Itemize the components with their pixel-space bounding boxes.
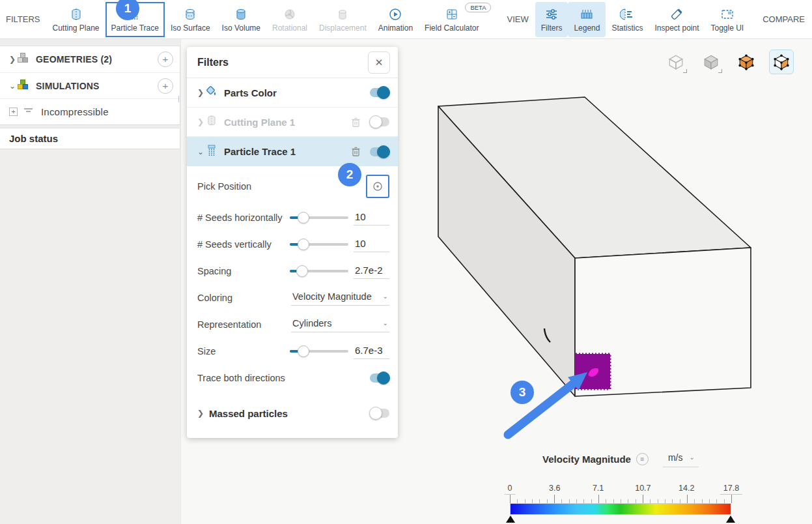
tree-item-incompressible[interactable]: + Incompressible: [0, 98, 180, 124]
job-status-label: Job status: [9, 133, 58, 144]
cutting-plane-1-toggle[interactable]: [370, 117, 389, 126]
view-filters-button[interactable]: Filters: [535, 2, 568, 37]
rotational-icon: [283, 6, 297, 22]
chevron-right-icon[interactable]: ❯: [197, 409, 205, 418]
legend-tick-label[interactable]: 17.8: [720, 484, 742, 495]
job-status-section[interactable]: Job status: [0, 128, 180, 149]
cutting-plane-icon: [69, 6, 83, 22]
filters-section-label: FILTERS: [6, 14, 40, 24]
iso-surface-icon: [183, 6, 197, 22]
simulations-label: SIMULATIONS: [36, 81, 158, 91]
expand-plus-icon[interactable]: +: [9, 108, 18, 116]
chevron-down-icon[interactable]: ⌄: [197, 147, 205, 156]
legend-tick-label[interactable]: 0: [505, 484, 516, 495]
select-face-button[interactable]: [769, 50, 794, 74]
legend-tick-marks: [510, 495, 731, 503]
trace-both-directions-label: Trace both directions: [197, 373, 370, 383]
cutting-plane-button[interactable]: Cutting Plane: [47, 2, 105, 37]
parts-color-toggle[interactable]: [370, 88, 389, 97]
massed-particles-label: Massed particles: [209, 408, 370, 419]
unit-dropdown[interactable]: m/s ⌄: [663, 451, 699, 467]
view-section-label: VIEW: [507, 14, 528, 24]
rotational-button[interactable]: Rotational: [266, 2, 313, 37]
range-min-marker[interactable]: [506, 516, 515, 523]
pick-position-button[interactable]: [366, 175, 389, 198]
parts-color-icon: [205, 85, 218, 100]
iso-volume-button[interactable]: Iso Volume: [216, 2, 266, 37]
particle-trace-label: Particle Trace: [111, 23, 159, 33]
inspect-point-button[interactable]: Inspect point: [649, 2, 705, 37]
eyedropper-icon: [669, 6, 684, 22]
panel-title: Filters: [197, 57, 229, 68]
seeds-vertical-slider[interactable]: [290, 239, 348, 250]
trace-both-directions-toggle[interactable]: [370, 373, 389, 383]
geometries-label: GEOMETRIES (2): [36, 54, 158, 65]
iso-surface-button[interactable]: Iso Surface: [165, 2, 216, 37]
filters-sliders-icon: [544, 6, 559, 22]
representation-dropdown[interactable]: Cylinders ⌄: [291, 317, 389, 332]
legend-colorbar: [510, 503, 731, 515]
spacing-value[interactable]: 2.7e-2: [354, 263, 389, 279]
displacement-button[interactable]: Displacement: [313, 2, 372, 37]
chevron-down-icon[interactable]: ⌄: [9, 81, 17, 91]
seeds-horizontal-label: # Seeds horizontally: [197, 212, 290, 223]
wireframe-cube-button[interactable]: [664, 50, 688, 74]
tree-item-simulations[interactable]: ⌄ SIMULATIONS +: [0, 72, 180, 98]
dropdown-corner-mark: [718, 69, 722, 73]
chevron-right-icon[interactable]: ❯: [9, 55, 17, 64]
close-icon[interactable]: ✕: [368, 51, 390, 74]
render-mode-toolbar: [664, 50, 794, 74]
particle-trace-1-toggle[interactable]: [370, 147, 389, 156]
animation-button[interactable]: Animation: [372, 2, 419, 37]
spacing-slider[interactable]: [290, 265, 348, 277]
chevron-right-icon[interactable]: ❯: [197, 117, 205, 126]
massed-particles-toggle[interactable]: [370, 409, 389, 418]
iso-surface-label: Iso Surface: [171, 23, 210, 33]
particle-trace-1-label: Particle Trace 1: [224, 146, 351, 157]
seeds-vertical-label: # Seeds vertically: [197, 239, 290, 250]
seeds-horizontal-slider[interactable]: [290, 212, 348, 224]
statistics-icon: [620, 6, 634, 22]
field-calculator-button[interactable]: BETA Field Calculator: [419, 2, 484, 37]
inspect-point-label: Inspect point: [654, 23, 699, 33]
toggle-ui-button[interactable]: Toggle UI: [705, 2, 750, 37]
chevron-right-icon[interactable]: ❯: [197, 88, 205, 97]
scene-tree: ❯ GEOMETRIES (2) + ⌄ SIMULATIONS + + Inc…: [0, 46, 180, 125]
filter-row-parts-color[interactable]: ❯ Parts Color: [187, 78, 398, 108]
view-legend-label: Legend: [574, 23, 600, 33]
cutting-plane-filter-icon: [205, 114, 218, 130]
view-legend-button[interactable]: Legend: [568, 2, 606, 37]
filter-row-cutting-plane-1[interactable]: ❯ Cutting Plane 1: [187, 108, 398, 137]
add-simulation-button[interactable]: +: [158, 78, 173, 94]
coloring-value: Velocity Magnitude: [292, 291, 383, 302]
delete-cutting-plane-icon[interactable]: [351, 117, 361, 128]
chevron-down-icon: ⌄: [690, 454, 695, 461]
spacing-label: Spacing: [197, 266, 290, 276]
size-value[interactable]: 6.7e-3: [354, 343, 389, 359]
simulations-cubes-icon: [17, 79, 29, 93]
tree-item-geometries[interactable]: ❯ GEOMETRIES (2) +: [0, 46, 180, 72]
legend-settings-icon[interactable]: ≡: [636, 453, 649, 465]
representation-label: Representation: [197, 319, 291, 330]
size-slider[interactable]: [290, 345, 348, 357]
simulation-run-icon: [23, 106, 35, 118]
annotation-step-2: 2: [338, 163, 361, 186]
size-label: Size: [197, 346, 290, 357]
massed-particles-row[interactable]: ❯ Massed particles: [197, 398, 389, 429]
legend-tick-label: 14.2: [679, 484, 694, 493]
add-geometry-button[interactable]: +: [158, 51, 173, 67]
animation-icon: [388, 6, 402, 22]
range-max-marker[interactable]: [726, 516, 735, 523]
solid-cube-button[interactable]: [699, 50, 723, 74]
seeds-vertical-value[interactable]: 10: [354, 237, 389, 252]
delete-particle-trace-icon[interactable]: [351, 146, 361, 157]
statistics-button[interactable]: Statistics: [606, 2, 649, 37]
beta-badge: BETA: [465, 3, 491, 12]
select-volume-button[interactable]: [734, 50, 759, 74]
coloring-row: Coloring Velocity Magnitude ⌄: [197, 284, 389, 311]
seeds-horizontal-value[interactable]: 10: [354, 210, 389, 226]
representation-row: Representation Cylinders ⌄: [197, 311, 389, 338]
coloring-dropdown[interactable]: Velocity Magnitude ⌄: [291, 290, 389, 306]
project-sidebar: ❯ GEOMETRIES (2) + ⌄ SIMULATIONS + + Inc…: [0, 39, 180, 524]
filter-row-particle-trace-1[interactable]: ⌄ Particle Trace 1: [187, 137, 398, 166]
